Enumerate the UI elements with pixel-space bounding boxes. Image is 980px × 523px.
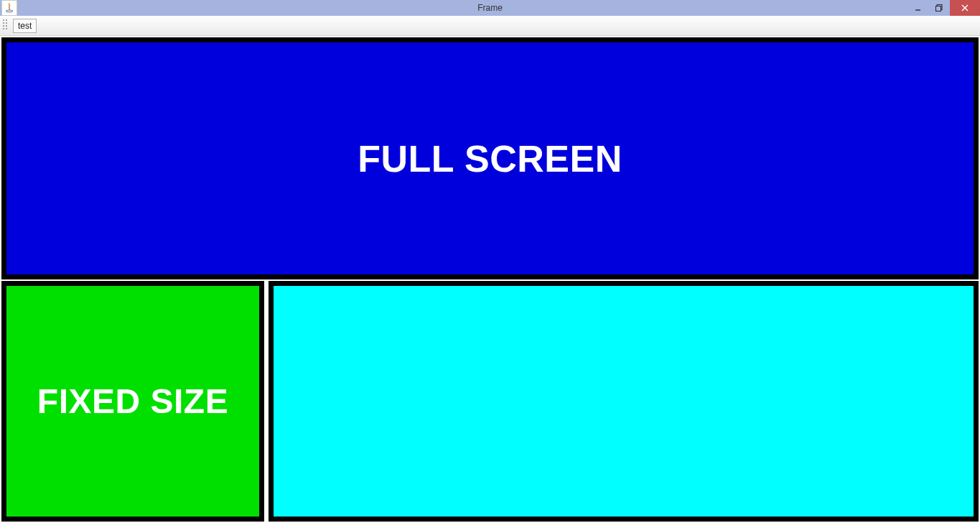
- full-screen-panel: FULL SCREEN: [1, 37, 979, 279]
- test-button[interactable]: test: [13, 19, 37, 33]
- remaining-panel: [269, 281, 979, 522]
- toolbar-grip-icon[interactable]: [3, 19, 9, 32]
- minimize-button[interactable]: [907, 0, 928, 16]
- fixed-size-panel: FIXED SIZE: [1, 281, 264, 522]
- bottom-row: FIXED SIZE: [1, 281, 979, 522]
- svg-point-0: [6, 10, 13, 12]
- java-app-icon: [1, 0, 17, 16]
- close-button[interactable]: [950, 0, 980, 16]
- fixed-size-label: FIXED SIZE: [37, 381, 228, 421]
- maximize-button[interactable]: [928, 0, 950, 16]
- window-controls: [907, 0, 980, 16]
- title-bar: Frame: [0, 0, 980, 16]
- toolbar: test: [0, 16, 980, 36]
- full-screen-label: FULL SCREEN: [358, 137, 622, 180]
- svg-rect-3: [936, 6, 941, 11]
- window-title: Frame: [477, 3, 503, 13]
- content-area: FULL SCREEN FIXED SIZE: [0, 36, 980, 523]
